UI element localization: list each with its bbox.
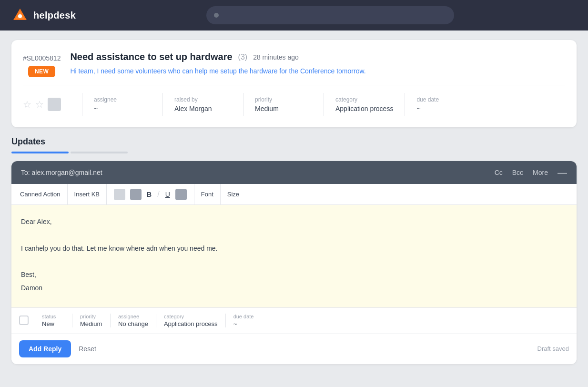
bottom-category-value: Application process [164,320,218,327]
bottom-status: status New [34,314,72,327]
svg-point-2 [18,14,22,18]
email-line-6: Damon [21,283,567,294]
bottom-bar: status New priority Medium assignee No c… [11,307,577,333]
reset-button[interactable]: Reset [79,345,96,353]
bottom-status-label: status [42,314,64,319]
bottom-assignee-label: assignee [118,314,148,319]
search-bar[interactable] [206,6,454,24]
bottom-category-label: category [164,314,218,319]
bottom-due-date-value: ~ [233,320,256,327]
color-button-2[interactable] [130,189,142,200]
compose-actions: Cc Bcc More — [495,168,567,177]
email-body[interactable]: Dear Alex, I canhelp you do that. Let me… [11,205,577,307]
bottom-priority-label: priority [80,314,102,319]
meta-assignee: assignee ~ [94,96,151,112]
email-line-3: I canhelp you do that. Let me know where… [21,243,567,255]
bottom-checkbox[interactable] [19,316,29,325]
logo: helpdesk [11,7,76,24]
underline-button[interactable]: U [163,190,172,199]
ticket-time: 28 minutes ago [253,53,299,61]
updates-title: Updates [11,137,577,147]
ticket-header: #SL0005812 NEW Need assistance to set up… [23,51,565,77]
color-button-1[interactable] [114,189,125,200]
due-date-label: due date [416,96,474,103]
updates-section: Updates [11,137,577,153]
star-filled-icon[interactable]: ☆ [35,99,44,110]
add-reply-button[interactable]: Add Reply [19,340,71,357]
email-line-1: Dear Alex, [21,216,567,228]
bottom-priority: priority Medium [72,314,111,327]
insert-kb-button[interactable]: Insert KB [68,184,107,204]
format-buttons: B / U [107,184,194,204]
meta-divider-1 [82,93,82,116]
ticket-comment-count: (3) [238,53,248,61]
assignee-value: ~ [94,105,151,112]
meta-category: category Application process [335,96,393,112]
compose-header: To: alex.morgan@gmail.net Cc Bcc More — [11,161,577,184]
search-dot [214,13,219,18]
raised-by-value: Alex Morgan [174,105,232,112]
tabs-row [11,152,577,153]
ticket-action-icons: ☆ ☆ [23,98,71,111]
bold-button[interactable]: B [145,190,153,199]
color-button-3[interactable] [175,189,187,200]
logo-text: helpdesk [33,10,76,21]
bottom-due-date: due date ~ [226,314,264,327]
ticket-preview: Hi team, I need some volunteers who can … [70,66,565,76]
more-button[interactable]: More [533,169,548,176]
ticket-id: #SL0005812 [23,52,61,62]
ticket-title-section: Need assistance to set up hardware (3) 2… [70,51,565,76]
bottom-assignee-value: No change [118,320,148,327]
footer-left: Add Reply Reset [19,340,96,357]
minimize-icon[interactable]: — [558,168,567,177]
ticket-status-badge: NEW [28,66,56,77]
compose-area: To: alex.morgan@gmail.net Cc Bcc More — … [11,161,577,364]
star-outline-icon[interactable]: ☆ [23,99,31,110]
canned-action-button[interactable]: Canned Action [13,184,68,204]
assignee-label: assignee [94,96,151,103]
raised-by-label: raised by [174,96,232,103]
category-value: Application process [335,105,393,112]
assignee-avatar [48,98,61,111]
meta-due-date: due date ~ [416,96,474,112]
bottom-assignee: assignee No change [111,314,156,327]
category-label: category [335,96,393,103]
priority-label: priority [255,96,312,103]
compose-toolbar: Canned Action Insert KB B / U Font Size [11,184,577,205]
bottom-priority-value: Medium [80,320,102,327]
tab-inactive[interactable] [71,152,128,153]
priority-value: Medium [255,105,312,112]
bottom-category: category Application process [156,314,226,327]
bottom-due-date-label: due date [233,314,256,319]
meta-divider-4 [324,93,324,116]
email-line-2 [21,230,567,241]
app-header: helpdesk [0,0,588,31]
meta-raised-by: raised by Alex Morgan [174,96,232,112]
ticket-meta: ☆ ☆ assignee ~ raised by Alex Morgan pri… [23,85,565,116]
tab-active[interactable] [11,152,69,153]
ticket-card: #SL0005812 NEW Need assistance to set up… [11,40,577,127]
ticket-title: Need assistance to set up hardware [70,51,232,62]
meta-divider-5 [405,93,405,116]
compose-footer: Add Reply Reset Draft saved [11,333,577,364]
main-content: #SL0005812 NEW Need assistance to set up… [0,31,588,374]
meta-divider-2 [162,93,163,116]
bottom-status-value: New [42,320,64,327]
draft-saved-label: Draft saved [537,345,569,352]
logo-icon [11,7,29,24]
ticket-title-row: Need assistance to set up hardware (3) 2… [70,51,565,62]
format-divider: / [157,190,159,199]
meta-priority: priority Medium [255,96,312,112]
email-line-4 [21,256,567,267]
compose-to: To: alex.morgan@gmail.net [21,169,102,176]
meta-divider-3 [243,93,243,116]
bcc-button[interactable]: Bcc [512,169,523,176]
due-date-value: ~ [416,105,474,112]
font-button[interactable]: Font [194,184,221,204]
email-line-5: Best, [21,269,567,281]
size-button[interactable]: Size [221,184,246,204]
cc-button[interactable]: Cc [495,169,503,176]
